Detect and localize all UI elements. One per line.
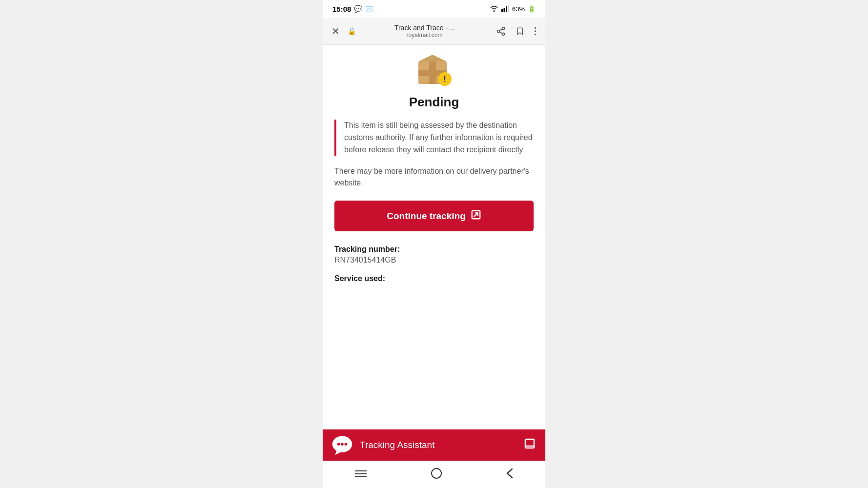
status-left: 15:08 💬 ✉️ (332, 5, 373, 13)
status-bar: 15:08 💬 ✉️ 63% 🔋 (323, 0, 545, 18)
tracking-assistant-bar[interactable]: Tracking Assistant (323, 429, 545, 461)
continue-tracking-button[interactable]: Continue tracking (334, 201, 534, 231)
bookmark-button[interactable] (513, 23, 527, 39)
external-link-icon (471, 209, 481, 223)
svg-point-21 (345, 443, 348, 446)
svg-rect-1 (503, 8, 505, 12)
tracking-number-label: Tracking number: (334, 245, 534, 254)
share-button[interactable] (493, 23, 509, 39)
delivery-partner-text: There may be more information on our del… (334, 165, 534, 189)
svg-point-27 (432, 468, 441, 478)
whatsapp-icon: ✉️ (365, 5, 373, 13)
svg-rect-3 (508, 5, 509, 12)
browser-bar: ✕ 🔒 Track and Trace -… royalmail.com (323, 18, 545, 45)
back-nav-button[interactable] (496, 464, 523, 486)
menu-nav-button[interactable] (345, 465, 376, 485)
browser-actions (493, 23, 539, 39)
svg-point-19 (337, 443, 340, 446)
wifi-icon (490, 5, 498, 13)
svg-point-10 (535, 30, 536, 32)
tracking-info: Tracking number: RN734015414GB Service u… (323, 245, 545, 283)
svg-rect-0 (501, 9, 503, 12)
page-title: Track and Trace -… (394, 24, 455, 32)
pending-icon-area: ! (323, 45, 545, 87)
continue-tracking-label: Continue tracking (387, 211, 466, 222)
messages-icon: 💬 (354, 5, 362, 13)
tracking-assistant-label: Tracking Assistant (360, 440, 516, 450)
close-tab-button[interactable]: ✕ (329, 22, 343, 40)
page-content: ! Pending This item is still being asses… (323, 45, 545, 461)
page-url: royalmail.com (406, 32, 442, 39)
svg-line-8 (499, 29, 502, 30)
svg-rect-2 (506, 6, 507, 12)
svg-point-9 (535, 27, 536, 28)
battery-icon: 🔋 (528, 5, 536, 13)
more-options-button[interactable] (531, 23, 539, 39)
package-icon: ! (414, 53, 454, 86)
bottom-nav (323, 461, 545, 488)
svg-rect-22 (525, 439, 534, 448)
info-block: This item is still being assessed by the… (334, 120, 534, 156)
pending-heading: Pending (323, 87, 545, 120)
close-icon: ✕ (331, 25, 340, 37)
battery-status: 63% (512, 5, 525, 13)
svg-line-7 (499, 32, 502, 33)
lock-icon: 🔒 (348, 27, 356, 35)
minimize-assistant-button[interactable] (522, 436, 537, 454)
svg-rect-14 (429, 61, 436, 84)
signal-icon (501, 5, 509, 13)
home-nav-button[interactable] (421, 464, 452, 486)
svg-point-20 (341, 443, 344, 446)
pending-icon-wrapper: ! (414, 53, 454, 87)
status-time: 15:08 (332, 5, 351, 13)
url-area: Track and Trace -… royalmail.com (361, 24, 488, 39)
svg-text:!: ! (443, 74, 446, 84)
tracking-number-value: RN734015414GB (334, 256, 534, 264)
status-right: 63% 🔋 (490, 5, 536, 13)
svg-point-11 (535, 34, 536, 35)
service-used-label: Service used: (334, 274, 534, 283)
info-block-text: This item is still being assessed by the… (344, 120, 534, 156)
chat-bubble-icon (331, 433, 354, 457)
